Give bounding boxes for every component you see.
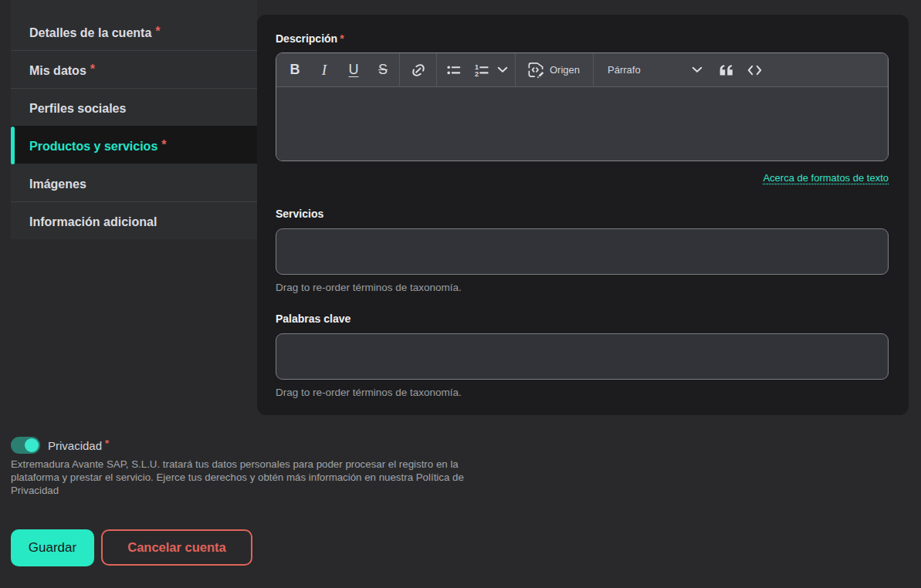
svg-text:2: 2 bbox=[475, 70, 479, 78]
